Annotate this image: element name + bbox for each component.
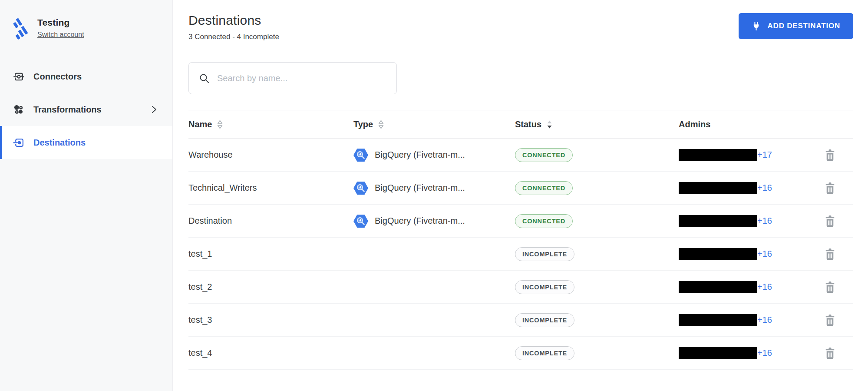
account-section: Testing Switch account (0, 0, 172, 40)
admins-redacted (679, 182, 757, 194)
destination-name: Destination (188, 216, 353, 226)
trash-icon (825, 347, 835, 359)
column-header-type[interactable]: Type (353, 119, 515, 129)
add-destination-button[interactable]: ADD DESTINATION (739, 13, 853, 39)
sidebar-item-label: Transformations (33, 105, 102, 115)
destination-type: BigQuery (Fivetran-m... (375, 183, 465, 193)
destination-type: BigQuery (Fivetran-m... (375, 150, 465, 160)
destination-name: Warehouse (188, 150, 353, 160)
bigquery-icon (353, 149, 368, 162)
column-header-name[interactable]: Name (188, 119, 353, 129)
sort-icon (378, 120, 384, 129)
delete-button[interactable] (823, 180, 853, 196)
delete-button[interactable] (823, 345, 853, 361)
sort-desc-icon (547, 120, 552, 129)
status-badge: CONNECTED (515, 214, 573, 228)
chevron-right-icon (151, 104, 158, 115)
sidebar-nav: Connectors Transformations Destinations (0, 60, 172, 159)
delete-button[interactable] (823, 147, 853, 162)
admins-more-link[interactable]: +17 (757, 150, 772, 160)
destination-type: BigQuery (Fivetran-m... (375, 216, 465, 226)
table-row[interactable]: Technical_Writers BigQuery (Fivetran-m..… (188, 172, 853, 205)
destination-name: test_2 (188, 282, 353, 292)
sidebar-item-destinations[interactable]: Destinations (0, 126, 172, 159)
delete-button[interactable] (823, 279, 853, 295)
status-badge: INCOMPLETE (515, 280, 574, 294)
admins-redacted (679, 314, 757, 326)
search-box (188, 62, 397, 94)
admins-more-link[interactable]: +16 (757, 249, 772, 259)
account-name: Testing (37, 17, 84, 28)
search-icon (199, 73, 209, 83)
table-header: Name Type Status (188, 110, 853, 139)
bigquery-icon (353, 215, 368, 228)
sidebar: Testing Switch account Connectors Transf… (0, 0, 173, 391)
switch-account-link[interactable]: Switch account (37, 31, 84, 39)
table-row[interactable]: test_1 INCOMPLETE +16 (188, 238, 853, 271)
sidebar-item-label: Connectors (33, 72, 82, 82)
page-title: Destinations (188, 13, 279, 28)
sidebar-item-transformations[interactable]: Transformations (0, 93, 172, 126)
admins-redacted (679, 347, 757, 359)
table-row[interactable]: Warehouse BigQuery (Fivetran-m... CONNEC… (188, 139, 853, 172)
trash-icon (825, 215, 835, 227)
admins-redacted (679, 248, 757, 260)
status-badge: INCOMPLETE (515, 247, 574, 261)
delete-button[interactable] (823, 213, 853, 229)
admins-redacted (679, 281, 757, 293)
destination-name: test_1 (188, 249, 353, 259)
destinations-table: Name Type Status (188, 110, 853, 370)
page-header: Destinations 3 Connected - 4 Incomplete … (188, 13, 853, 41)
column-header-status[interactable]: Status (515, 119, 679, 129)
destination-name: test_4 (188, 348, 353, 358)
sidebar-item-connectors[interactable]: Connectors (0, 60, 172, 93)
admins-more-link[interactable]: +16 (757, 216, 772, 226)
trash-icon (825, 182, 835, 194)
connectors-icon (13, 71, 25, 83)
table-row[interactable]: Destination BigQuery (Fivetran-m... CONN… (188, 205, 853, 238)
admins-redacted (679, 149, 757, 161)
trash-icon (825, 248, 835, 260)
sidebar-item-label: Destinations (33, 138, 86, 148)
fivetran-logo (11, 17, 30, 40)
admins-redacted (679, 215, 757, 227)
status-badge: INCOMPLETE (515, 313, 574, 327)
sort-icon (217, 120, 223, 129)
status-badge: CONNECTED (515, 148, 573, 162)
page-subtitle: 3 Connected - 4 Incomplete (188, 33, 279, 41)
search-input[interactable] (217, 73, 386, 83)
delete-button[interactable] (823, 246, 853, 262)
admins-more-link[interactable]: +16 (757, 282, 772, 292)
table-row[interactable]: test_2 INCOMPLETE +16 (188, 271, 853, 304)
add-destination-label: ADD DESTINATION (767, 22, 840, 30)
table-row[interactable]: test_4 INCOMPLETE +16 (188, 337, 853, 370)
trash-icon (825, 149, 835, 161)
transformations-icon (13, 104, 25, 116)
destination-name: test_3 (188, 315, 353, 325)
destinations-icon (13, 137, 25, 149)
table-row[interactable]: test_3 INCOMPLETE +16 (188, 304, 853, 337)
destination-name: Technical_Writers (188, 183, 353, 193)
status-badge: INCOMPLETE (515, 346, 574, 360)
admins-more-link[interactable]: +16 (757, 183, 772, 193)
status-badge: CONNECTED (515, 181, 573, 195)
admins-more-link[interactable]: +16 (757, 315, 772, 325)
trash-icon (825, 281, 835, 293)
bigquery-icon (353, 182, 368, 195)
main-content: Destinations 3 Connected - 4 Incomplete … (173, 0, 868, 391)
trash-icon (825, 314, 835, 326)
column-header-admins: Admins (679, 119, 823, 129)
delete-button[interactable] (823, 312, 853, 328)
admins-more-link[interactable]: +16 (757, 348, 772, 358)
plug-icon (752, 22, 761, 31)
